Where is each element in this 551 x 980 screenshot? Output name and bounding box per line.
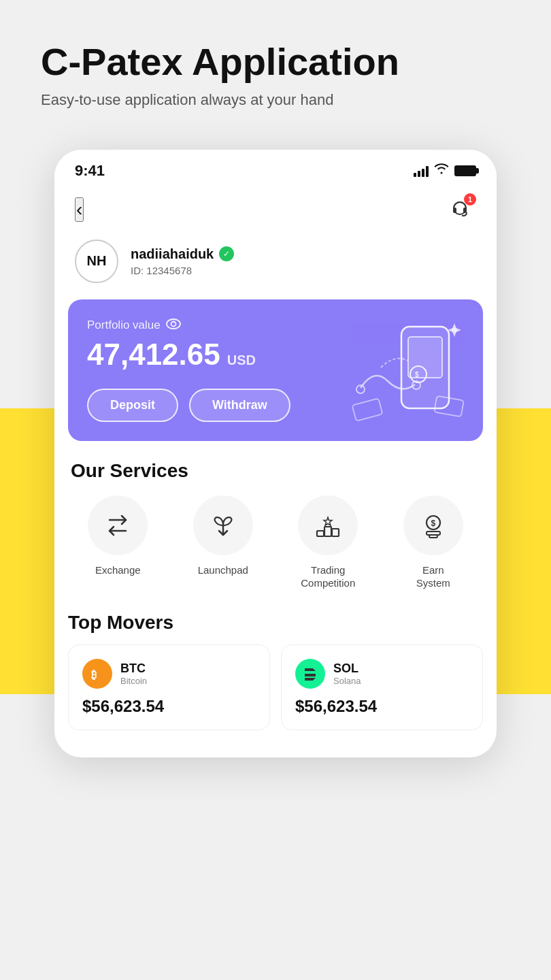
btc-symbol: BTC xyxy=(120,662,147,676)
portfolio-card: Portfolio value 47,412.65 USD Deposit Wi… xyxy=(68,299,483,441)
status-icons xyxy=(414,163,476,178)
mover-header-btc: ₿ BTC Bitcoin xyxy=(82,659,256,689)
top-movers-section: Top Movers ₿ BTC Bitcoin $56,623.54 xyxy=(54,612,497,730)
launchpad-icon xyxy=(210,512,237,539)
svg-rect-1 xyxy=(453,208,456,213)
svg-rect-15 xyxy=(332,529,339,536)
portfolio-value: 47,412.65 xyxy=(87,340,220,370)
sol-symbol: SOL xyxy=(333,662,361,676)
svg-rect-11 xyxy=(352,398,383,421)
service-label-trading: TradingCompetition xyxy=(301,564,355,590)
battery-icon xyxy=(454,165,476,176)
svg-text:$: $ xyxy=(415,371,419,378)
status-bar: 9:41 xyxy=(54,150,497,186)
phone-mockup: 9:41 ‹ xyxy=(54,150,497,757)
verified-badge: ✓ xyxy=(219,246,234,261)
svg-rect-2 xyxy=(463,208,467,213)
service-item-earn[interactable]: $ EarnSystem xyxy=(393,495,474,590)
exchange-icon-circle xyxy=(88,495,148,555)
wifi-icon xyxy=(434,163,449,178)
service-label-earn: EarnSystem xyxy=(416,564,450,590)
svg-point-3 xyxy=(167,319,180,329)
sol-info: SOL Solana xyxy=(333,662,361,686)
btc-info: BTC Bitcoin xyxy=(120,662,147,686)
sol-name: Solana xyxy=(333,676,361,686)
profile-name: nadiiahaiduk xyxy=(131,246,214,262)
status-time: 9:41 xyxy=(75,162,105,180)
withdraw-button[interactable]: Withdraw xyxy=(189,389,290,422)
service-item-exchange[interactable]: Exchange xyxy=(77,495,158,590)
svg-rect-13 xyxy=(324,527,331,536)
service-label-launchpad: Launchpad xyxy=(198,564,248,577)
page-subtitle: Easy-to-use application always at your h… xyxy=(41,91,510,109)
profile-section: NH nadiiahaiduk ✓ ID: 12345678 xyxy=(54,240,497,299)
mover-card-btc[interactable]: ₿ BTC Bitcoin $56,623.54 xyxy=(68,644,270,730)
yellow-right-accent xyxy=(497,408,551,694)
top-movers-title: Top Movers xyxy=(68,612,483,644)
svg-text:₿: ₿ xyxy=(91,669,97,681)
signal-icon xyxy=(414,165,429,177)
profile-id: ID: 12345678 xyxy=(131,265,234,276)
svg-rect-6 xyxy=(408,337,442,378)
page-title: C-Patex Application xyxy=(41,41,510,83)
notification-badge: 1 xyxy=(464,193,476,206)
sol-price: $56,623.54 xyxy=(295,697,377,715)
back-button[interactable]: ‹ xyxy=(75,197,84,222)
trading-icon-circle xyxy=(298,495,358,555)
mover-header-sol: SOL Solana xyxy=(295,659,469,689)
deposit-button[interactable]: Deposit xyxy=(87,389,178,422)
earn-icon-circle: $ xyxy=(403,495,463,555)
service-item-trading[interactable]: TradingCompetition xyxy=(287,495,369,590)
svg-rect-14 xyxy=(317,531,324,536)
service-item-launchpad[interactable]: Launchpad xyxy=(182,495,264,590)
btc-icon: ₿ xyxy=(82,659,112,689)
services-title: Our Services xyxy=(54,460,497,495)
trading-icon xyxy=(314,512,341,539)
sol-icon xyxy=(295,659,325,689)
support-button[interactable]: 1 xyxy=(444,193,476,226)
earn-icon: $ xyxy=(420,512,447,539)
profile-name-row: nadiiahaiduk ✓ xyxy=(131,246,234,262)
portfolio-currency: USD xyxy=(227,353,256,368)
nav-bar: ‹ 1 xyxy=(54,186,497,240)
exchange-icon xyxy=(104,512,131,539)
launchpad-icon-circle xyxy=(193,495,253,555)
portfolio-illustration: $ xyxy=(340,306,476,429)
svg-rect-19 xyxy=(429,535,437,538)
mover-card-sol[interactable]: SOL Solana $56,623.54 xyxy=(281,644,483,730)
svg-point-4 xyxy=(171,321,176,326)
svg-text:$: $ xyxy=(431,519,435,528)
avatar: NH xyxy=(75,240,118,283)
services-grid: Exchange Launchpad xyxy=(54,495,497,612)
btc-price: $56,623.54 xyxy=(82,697,164,715)
yellow-left-accent xyxy=(0,408,54,694)
page-header: C-Patex Application Easy-to-use applicat… xyxy=(0,0,551,129)
movers-grid: ₿ BTC Bitcoin $56,623.54 xyxy=(68,644,483,730)
service-label-exchange: Exchange xyxy=(95,564,141,577)
profile-info: nadiiahaiduk ✓ ID: 12345678 xyxy=(131,246,234,276)
btc-name: Bitcoin xyxy=(120,676,147,686)
eye-icon[interactable] xyxy=(166,318,181,333)
